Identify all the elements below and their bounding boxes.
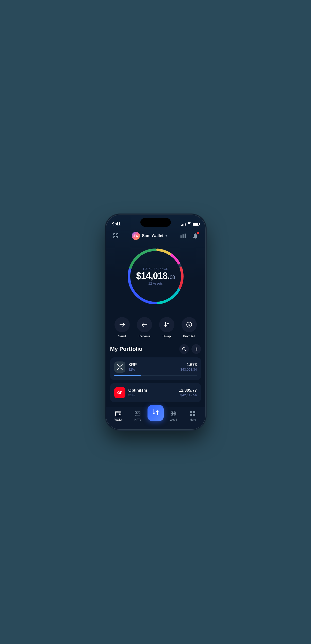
profile-selector[interactable]: SW Sam Wallet ▾ bbox=[132, 232, 167, 240]
buysell-button[interactable]: $ bbox=[182, 317, 197, 332]
web3-label: Web3 bbox=[170, 418, 177, 421]
svg-point-18 bbox=[183, 348, 185, 350]
balance-display: TOTAL BALANCE $14,018.08 12 Assets bbox=[136, 268, 175, 285]
svg-rect-32 bbox=[193, 414, 195, 416]
optimism-usd: $42,149.56 bbox=[179, 393, 197, 397]
web3-icon bbox=[170, 410, 177, 417]
notification-badge bbox=[197, 232, 199, 234]
signal-bar-4 bbox=[185, 223, 186, 226]
header: SW Sam Wallet ▾ bbox=[106, 229, 205, 243]
portfolio-actions bbox=[179, 344, 201, 354]
nfts-icon bbox=[134, 410, 141, 417]
balance-amount: $14,018.08 bbox=[136, 271, 175, 280]
action-buttons: Send Receive bbox=[106, 312, 205, 344]
optimism-info: Optimism 31% bbox=[128, 388, 176, 397]
xrp-name: XRP bbox=[128, 362, 177, 367]
status-time: 9:41 bbox=[112, 222, 121, 227]
buysell-action[interactable]: $ Buy/Sell bbox=[182, 317, 197, 338]
xrp-values: 1.673 $43,003.34 bbox=[180, 362, 197, 371]
scanner-button[interactable] bbox=[111, 231, 120, 240]
svg-rect-31 bbox=[190, 414, 192, 416]
nav-web3[interactable]: Web3 bbox=[164, 410, 183, 421]
svg-rect-4 bbox=[183, 234, 184, 238]
svg-rect-0 bbox=[113, 234, 115, 235]
swap-action[interactable]: Swap bbox=[159, 317, 174, 338]
svg-line-19 bbox=[185, 350, 186, 351]
assets-count: 12 Assets bbox=[136, 282, 175, 285]
asset-card-xrp[interactable]: XRP 32% 1.673 $43,003.34 bbox=[110, 357, 201, 380]
send-label: Send bbox=[118, 334, 126, 338]
send-button[interactable] bbox=[114, 317, 130, 332]
nav-wallet[interactable]: Wallet bbox=[109, 410, 128, 421]
wifi-icon bbox=[187, 222, 191, 226]
profile-name: Sam Wallet bbox=[142, 234, 163, 238]
signal-bar-1 bbox=[181, 225, 182, 226]
battery-icon bbox=[193, 223, 199, 226]
nav-center-button[interactable] bbox=[148, 405, 164, 421]
portfolio-title: My Portfolio bbox=[110, 346, 142, 352]
optimism-name: Optimism bbox=[128, 388, 176, 393]
balance-label: TOTAL BALANCE bbox=[136, 268, 175, 270]
optimism-amount: 12,305.77 bbox=[179, 388, 197, 393]
optimism-values: 12,305.77 $42,149.56 bbox=[179, 388, 197, 397]
receive-label: Receive bbox=[138, 334, 150, 338]
xrp-amount: 1.673 bbox=[180, 362, 197, 367]
dynamic-island bbox=[140, 218, 171, 227]
nfts-label: NFTs bbox=[134, 418, 141, 421]
asset-row-xrp: XRP 32% 1.673 $43,003.34 bbox=[114, 361, 197, 373]
donut-chart: TOTAL BALANCE $14,018.08 12 Assets bbox=[125, 246, 186, 307]
svg-rect-23 bbox=[119, 414, 121, 415]
signal-bars-icon bbox=[181, 223, 186, 226]
svg-rect-2 bbox=[113, 237, 115, 238]
svg-rect-29 bbox=[190, 411, 192, 413]
nav-more[interactable]: More bbox=[183, 410, 203, 421]
portfolio-section: My Portfolio bbox=[106, 344, 205, 402]
xrp-info: XRP 32% bbox=[128, 362, 177, 371]
receive-action[interactable]: Receive bbox=[137, 317, 152, 338]
more-icon bbox=[189, 410, 196, 417]
optimism-percentage: 31% bbox=[128, 393, 176, 397]
xrp-percentage: 32% bbox=[128, 368, 177, 371]
status-icons bbox=[181, 222, 199, 226]
svg-rect-1 bbox=[117, 234, 118, 235]
receive-button[interactable] bbox=[137, 317, 152, 332]
notifications-button[interactable] bbox=[191, 231, 200, 240]
swap-button[interactable] bbox=[159, 317, 174, 332]
phone-frame: 9:41 bbox=[106, 215, 205, 429]
asset-card-optimism[interactable]: OP Optimism 31% 12,305.77 $42,149.56 bbox=[110, 383, 201, 402]
xrp-progress-fill bbox=[114, 375, 141, 376]
balance-section: TOTAL BALANCE $14,018.08 12 Assets bbox=[106, 243, 205, 312]
header-right bbox=[178, 231, 200, 240]
signal-bar-2 bbox=[182, 224, 183, 226]
search-button[interactable] bbox=[179, 344, 189, 354]
svg-text:$: $ bbox=[188, 323, 190, 326]
send-action[interactable]: Send bbox=[114, 317, 130, 338]
xrp-usd: $43,003.34 bbox=[180, 368, 197, 371]
more-label: More bbox=[190, 418, 196, 421]
battery-fill bbox=[193, 223, 198, 225]
chart-button[interactable] bbox=[178, 231, 188, 240]
svg-rect-30 bbox=[193, 411, 195, 413]
wallet-label: Wallet bbox=[114, 418, 122, 421]
wallet-icon bbox=[115, 410, 122, 417]
xrp-progress-bar bbox=[114, 375, 197, 376]
svg-point-25 bbox=[136, 412, 137, 413]
optimism-icon: OP bbox=[114, 387, 125, 398]
bottom-nav: Wallet NFTs bbox=[106, 407, 205, 429]
avatar: SW bbox=[132, 232, 140, 240]
screen: 9:41 bbox=[106, 215, 205, 429]
nav-nfts[interactable]: NFTs bbox=[128, 410, 148, 421]
xrp-icon bbox=[114, 361, 125, 373]
asset-row-optimism: OP Optimism 31% 12,305.77 $42,149.56 bbox=[114, 387, 197, 398]
buysell-label: Buy/Sell bbox=[183, 334, 195, 338]
svg-rect-5 bbox=[185, 234, 186, 238]
portfolio-header: My Portfolio bbox=[110, 344, 201, 354]
svg-rect-3 bbox=[181, 235, 182, 238]
signal-bar-3 bbox=[184, 224, 184, 226]
chevron-down-icon: ▾ bbox=[166, 234, 167, 238]
add-asset-button[interactable] bbox=[191, 344, 201, 354]
swap-label: Swap bbox=[162, 334, 171, 338]
swap-arrows-icon bbox=[152, 409, 159, 417]
